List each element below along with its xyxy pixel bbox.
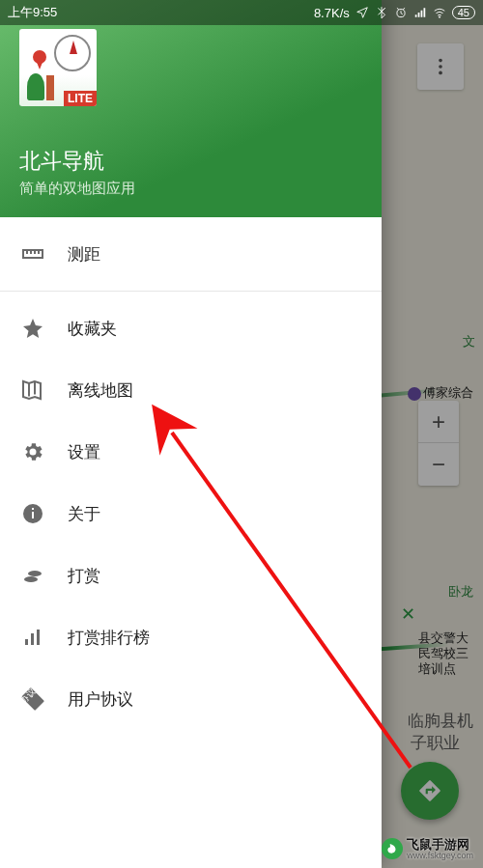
- svg-rect-9: [31, 633, 34, 645]
- menu-item-about[interactable]: 关于: [0, 483, 382, 545]
- gear-icon: [21, 440, 68, 463]
- menu-label: 打赏: [68, 565, 100, 587]
- divider: [0, 291, 382, 292]
- menu-label: 关于: [68, 503, 100, 525]
- menu-label: 设置: [68, 441, 100, 463]
- lite-badge: LITE: [64, 91, 97, 106]
- status-bar: 上午9:55 8.7K/s 45: [0, 0, 483, 25]
- menu-label: 收藏夹: [68, 318, 117, 340]
- menu-item-rank[interactable]: 打赏排行榜: [0, 606, 382, 668]
- watermark: 飞鼠手游网 www.fsktgey.com: [382, 838, 473, 860]
- svg-point-7: [28, 571, 42, 576]
- battery-indicator: 45: [452, 6, 475, 19]
- alarm-icon: [394, 6, 408, 19]
- svg-point-6: [24, 576, 38, 582]
- ruler-icon: [21, 242, 68, 266]
- navigation-drawer: LITE 北斗导航 简单的双地图应用 测距 收藏夹: [0, 0, 382, 868]
- status-time: 上午9:55: [8, 4, 57, 21]
- app-icon: LITE: [19, 29, 97, 106]
- svg-point-13: [439, 16, 440, 17]
- net-speed: 8.7K/s: [314, 6, 350, 20]
- menu-label: 测距: [68, 243, 100, 266]
- svg-rect-10: [37, 630, 40, 645]
- tree-icon: [27, 73, 44, 100]
- menu-label: 离线地图: [68, 379, 133, 402]
- bar-chart-icon: [21, 626, 68, 649]
- menu-label: 用户协议: [68, 688, 133, 711]
- coins-icon: [21, 564, 68, 587]
- compass-icon: [54, 35, 91, 71]
- device-frame: ✕ 市 傅家综合 文 卧龙 县交警大 民驾校三 培训点 临朐县机 子职业 + −…: [0, 0, 483, 868]
- star-icon: [21, 317, 68, 340]
- drawer-header: LITE 北斗导航 简单的双地图应用: [0, 0, 382, 217]
- watermark-name: 飞鼠手游网: [407, 838, 473, 852]
- watermark-logo-icon: [382, 838, 403, 859]
- menu-item-agreement[interactable]: 协议 用户协议: [0, 668, 382, 730]
- menu-item-settings[interactable]: 设置: [0, 421, 382, 483]
- agreement-icon: 协议: [21, 687, 68, 711]
- svg-rect-8: [25, 639, 28, 645]
- signal-icon: [413, 6, 427, 19]
- menu-label: 打赏排行榜: [68, 627, 150, 649]
- bluetooth-icon: [375, 6, 388, 19]
- svg-rect-4: [32, 512, 34, 518]
- pin-icon: [33, 50, 46, 64]
- info-icon: [21, 502, 68, 525]
- drawer-menu-list: 测距 收藏夹 离线地图 设置: [0, 217, 382, 868]
- menu-item-offline-map[interactable]: 离线地图: [0, 359, 382, 421]
- menu-item-measure[interactable]: 测距: [0, 223, 382, 285]
- location-icon: [355, 6, 369, 19]
- app-name: 北斗导航: [19, 147, 362, 176]
- tower-icon: [46, 75, 54, 100]
- map-icon: [21, 378, 68, 402]
- app-subtitle: 简单的双地图应用: [19, 180, 362, 198]
- watermark-url: www.fsktgey.com: [407, 852, 473, 860]
- menu-item-donate[interactable]: 打赏: [0, 545, 382, 606]
- menu-item-favorites[interactable]: 收藏夹: [0, 297, 382, 359]
- wifi-icon: [433, 6, 446, 19]
- svg-rect-5: [32, 508, 34, 510]
